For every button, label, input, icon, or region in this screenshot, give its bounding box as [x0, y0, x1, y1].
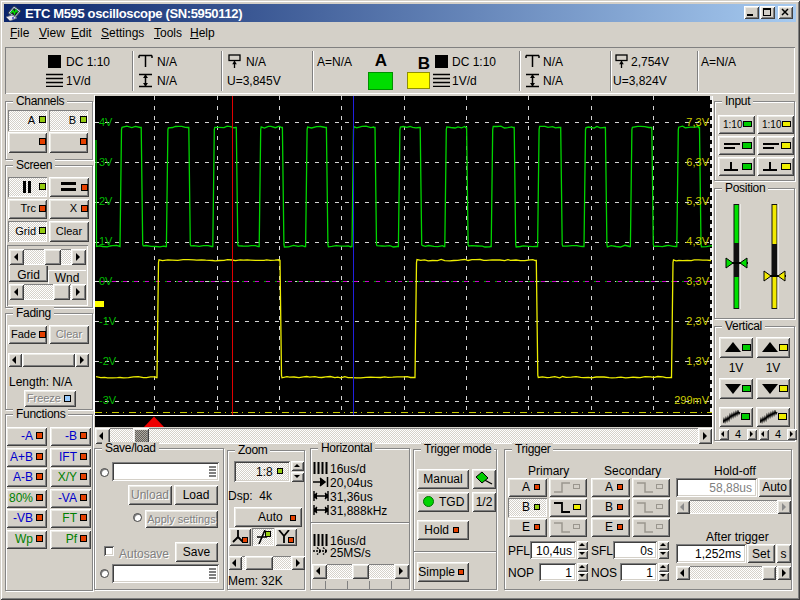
- svg-text:3V: 3V: [99, 156, 113, 168]
- svg-text:1,3V: 1,3V: [686, 355, 709, 367]
- svg-text:7,3V: 7,3V: [686, 116, 709, 128]
- svg-text:2V: 2V: [99, 195, 113, 207]
- svg-text:0V: 0V: [99, 275, 113, 287]
- svg-text:5,3V: 5,3V: [686, 195, 709, 207]
- svg-text:1V: 1V: [99, 235, 113, 247]
- svg-text:2,3V: 2,3V: [686, 315, 709, 327]
- svg-text:4,3V: 4,3V: [686, 235, 709, 247]
- svg-text:-2V: -2V: [99, 355, 117, 367]
- svg-text:6,3V: 6,3V: [686, 156, 709, 168]
- svg-text:4V: 4V: [99, 116, 113, 128]
- svg-text:299mV: 299mV: [674, 394, 710, 406]
- svg-text:-3V: -3V: [99, 394, 117, 406]
- svg-text:-1V: -1V: [99, 315, 117, 327]
- svg-text:3,3V: 3,3V: [686, 275, 709, 287]
